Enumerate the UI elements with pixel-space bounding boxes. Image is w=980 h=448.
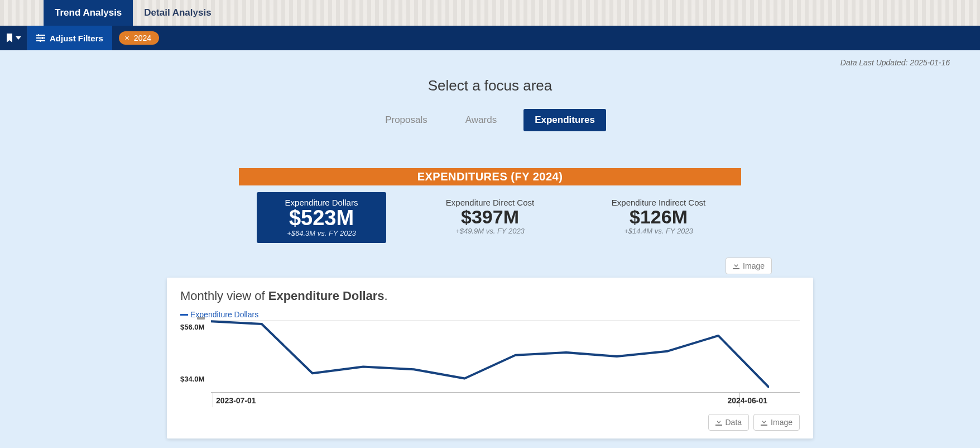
x-tick-label: 2024-06-01 [727,396,767,405]
data-last-updated: Data Last Updated: 2025-01-16 [30,58,950,67]
close-icon: ✕ [124,35,129,42]
button-label: Data [726,418,742,427]
kpi-expenditure-indirect-cost[interactable]: Expenditure Indirect Cost $126M +$14.4M … [594,192,723,243]
main-tabs: Trend Analysis Detail Analysis [0,0,980,26]
section-banner: EXPENDITURES (FY 2024) [239,168,741,185]
y-tick-label: $56.0M [180,323,204,331]
tab-trend-analysis[interactable]: Trend Analysis [44,0,133,26]
kpi-row: Expenditure Dollars $523M +$64.3M vs. FY… [30,192,950,243]
x-tick [213,393,213,407]
focus-area-heading: Select a focus area [30,77,950,94]
button-label: Image [771,418,792,427]
x-axis-labels: 2023-07-01 2024-06-01 [180,395,800,407]
filter-bar: Adjust Filters ✕ 2024 [0,26,980,50]
download-image-button[interactable]: Image [726,258,772,274]
kpi-value: $126M [603,206,714,228]
download-image-button-footer[interactable]: Image [753,414,800,431]
download-icon [733,263,739,269]
kpi-expenditure-direct-cost[interactable]: Expenditure Direct Cost $397M +$49.9M vs… [425,192,555,243]
kpi-delta: +$14.4M vs. FY 2023 [603,227,714,235]
filter-chip-label: 2024 [134,34,151,42]
chart-title-metric: Expenditure Dollars [268,289,385,303]
chart-title: Monthly view of Expenditure Dollars. [180,289,800,303]
download-icon [715,419,722,426]
focus-tab-awards[interactable]: Awards [454,109,508,131]
svg-rect-5 [40,40,41,42]
kpi-value: $397M [434,206,546,228]
chart-line [211,320,769,393]
svg-rect-1 [36,37,45,39]
chart-legend-item[interactable]: Expenditure Dollars [180,310,800,319]
svg-rect-4 [42,37,43,39]
bookmark-menu-button[interactable] [0,26,27,50]
bookmark-icon [6,34,13,42]
chevron-down-icon [16,36,21,40]
chart-title-prefix: Monthly view of [180,289,268,303]
adjust-filters-button[interactable]: Adjust Filters [27,26,112,50]
chart-card: Monthly view of Expenditure Dollars. Exp… [167,278,813,439]
chart-plot-area[interactable]: $56.0M $34.0M [180,320,800,393]
adjust-filters-label: Adjust Filters [50,34,103,43]
svg-rect-0 [36,35,45,36]
download-icon [761,419,767,426]
focus-tab-expenditures[interactable]: Expenditures [523,109,606,131]
tab-detail-analysis[interactable]: Detail Analysis [133,0,222,26]
kpi-delta: +$64.3M vs. FY 2023 [266,229,377,237]
button-label: Image [743,261,765,270]
y-tick-label: $34.0M [180,375,204,383]
sliders-icon [36,34,45,42]
kpi-expenditure-dollars[interactable]: Expenditure Dollars $523M +$64.3M vs. FY… [257,192,386,243]
focus-tab-proposals[interactable]: Proposals [374,109,439,131]
x-tick-label: 2023-07-01 [216,396,256,405]
kpi-value: $523M [266,206,377,230]
legend-swatch-icon [180,314,188,316]
download-data-button[interactable]: Data [708,414,750,431]
kpi-delta: +$49.9M vs. FY 2023 [434,227,546,235]
range-thumb-left[interactable] [197,317,205,320]
svg-rect-3 [38,34,39,36]
chart-title-suffix: . [385,289,388,303]
focus-area-tabs: Proposals Awards Expenditures [30,109,950,131]
filter-chip-year[interactable]: ✕ 2024 [119,31,159,45]
